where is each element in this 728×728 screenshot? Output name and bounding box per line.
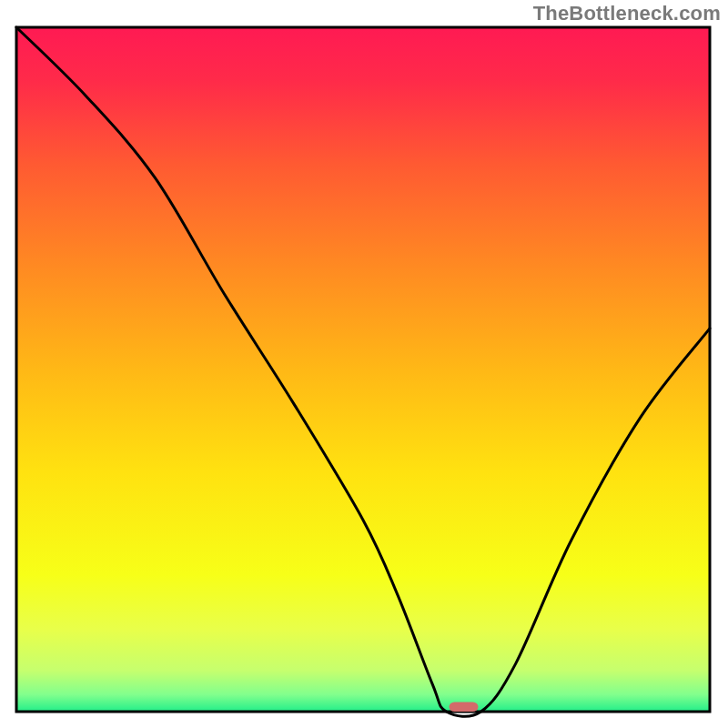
gradient-background (16, 27, 710, 712)
minimum-marker (449, 702, 478, 712)
watermark-text: TheBottleneck.com (533, 2, 721, 25)
chart-container: { "watermark": "TheBottleneck.com", "cha… (0, 0, 728, 728)
bottleneck-chart (0, 0, 728, 728)
